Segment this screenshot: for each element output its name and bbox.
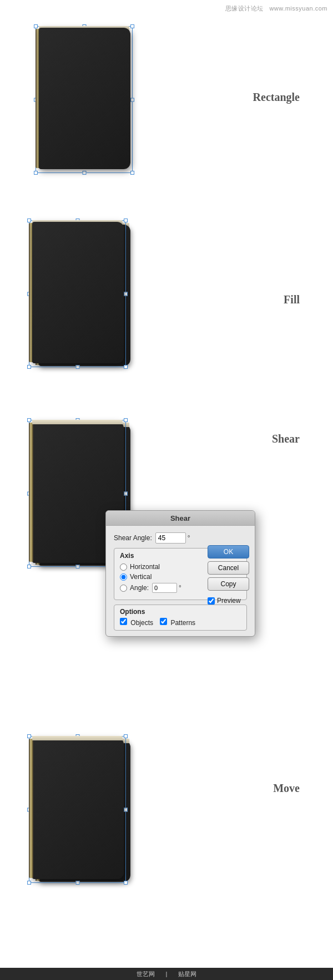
shear-dialog: Shear Shear Angle: ° Axis Horizontal <box>105 510 255 637</box>
horizontal-label: Horizontal <box>130 563 160 571</box>
objects-checkbox[interactable] <box>120 618 127 625</box>
shear-angle-input[interactable] <box>155 532 186 544</box>
preview-checkbox[interactable] <box>208 597 215 605</box>
handle-move-tr[interactable] <box>124 734 128 738</box>
patterns-label: Patterns <box>170 619 195 627</box>
angle-degree-symbol: ° <box>179 584 181 592</box>
options-title: Options <box>120 608 241 616</box>
objects-checkbox-label: Objects <box>120 618 153 627</box>
angle-value-input[interactable] <box>152 583 177 593</box>
book-cover-1 <box>39 28 130 169</box>
handle-fill-top-right[interactable] <box>124 219 128 222</box>
shear-front-pages <box>32 420 123 424</box>
angle-label: Angle: <box>130 584 149 592</box>
move-front-cover <box>32 738 124 879</box>
shear-angle-row: Shear Angle: ° <box>114 532 247 544</box>
section-rectangle: Rectangle <box>0 0 333 189</box>
options-group: Options Objects Patterns <box>114 605 247 631</box>
handle-fill-bottom-left[interactable] <box>27 365 31 369</box>
shear-angle-label: Shear Angle: <box>114 534 152 542</box>
bottom-site2: 贴星网 <box>178 970 196 978</box>
vertical-label: Vertical <box>130 573 152 581</box>
handle-bottom-right[interactable] <box>130 171 134 175</box>
handle-shear-bl[interactable] <box>27 565 31 568</box>
handle-bottom-middle[interactable] <box>82 171 86 175</box>
ok-button[interactable]: OK <box>208 545 249 558</box>
book-move-front <box>32 738 124 879</box>
degree-symbol: ° <box>188 534 190 542</box>
preview-label: Preview <box>217 597 241 605</box>
move-front-pages <box>32 736 123 740</box>
bottom-bar: 世艺网 | 贴星网 <box>0 968 333 980</box>
label-fill: Fill <box>284 293 300 306</box>
section-move: Move <box>0 710 333 954</box>
book-shear-area: Shear Shear Angle: ° Axis Horizontal <box>22 422 155 577</box>
dialog-title: Shear <box>170 514 190 522</box>
handle-shear-tr[interactable] <box>124 418 128 422</box>
objects-label: Objects <box>130 619 153 627</box>
patterns-checkbox-label: Patterns <box>160 618 195 627</box>
section-shear: Shear Shear Angle: ° Axis Horizontal <box>0 399 333 710</box>
handle-fill-top-left[interactable] <box>27 219 31 222</box>
handle-top-right[interactable] <box>130 24 134 28</box>
preview-row: Preview <box>208 597 249 605</box>
book-move-area <box>22 738 155 898</box>
bottom-divider: | <box>166 971 168 977</box>
bottom-site1: 世艺网 <box>137 970 155 978</box>
copy-button[interactable]: Copy <box>208 577 249 591</box>
label-move: Move <box>273 782 300 795</box>
book-rectangle <box>28 28 139 172</box>
handle-move-bl[interactable] <box>27 881 31 885</box>
book-front-cover-2 <box>32 222 124 363</box>
horizontal-radio[interactable] <box>120 563 127 571</box>
handle-move-tl[interactable] <box>27 734 31 738</box>
handle-middle-right[interactable] <box>130 98 134 101</box>
handle-top-left[interactable] <box>34 24 38 28</box>
dialog-buttons: OK Cancel Copy Preview <box>208 545 249 605</box>
cancel-button[interactable]: Cancel <box>208 561 249 575</box>
label-rectangle: Rectangle <box>253 91 300 104</box>
handle-bottom-left[interactable] <box>34 171 38 175</box>
vertical-radio[interactable] <box>120 573 127 581</box>
book-fill <box>22 222 155 377</box>
move-front-spine <box>29 739 33 878</box>
shear-front-spine <box>29 423 33 562</box>
handle-shear-tl[interactable] <box>27 418 31 422</box>
options-checkboxes: Objects Patterns <box>120 618 241 627</box>
patterns-checkbox[interactable] <box>160 618 167 625</box>
angle-radio[interactable] <box>120 585 127 592</box>
dialog-title-bar: Shear <box>106 511 255 526</box>
dialog-body: Shear Angle: ° Axis Horizontal Vertical <box>106 526 255 636</box>
section-fill: Fill <box>0 189 333 399</box>
label-shear: Shear <box>272 433 300 445</box>
